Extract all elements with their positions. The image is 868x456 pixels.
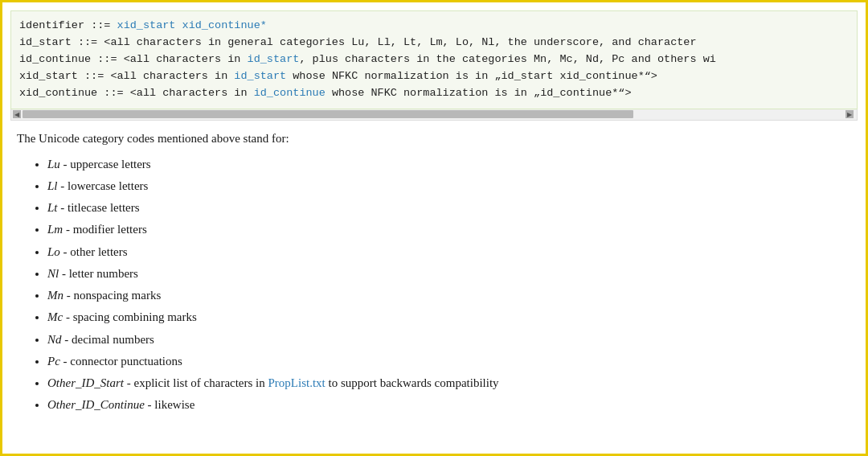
item-desc-lu: - uppercase letters (60, 158, 151, 170)
item-label-other-id-start: Other_ID_Start (47, 376, 124, 389)
id-continue-desc-post: , plus characters in the categories Mn, … (299, 53, 715, 65)
code-line-identifier: identifier ::= xid_start xid_continue* (19, 18, 849, 35)
item-label-lu: Lu (47, 158, 60, 170)
list-item: Lm - modifier letters (47, 220, 851, 239)
item-label-pc: Pc (47, 355, 60, 368)
list-item: Other_ID_Continue - likewise (47, 396, 851, 414)
xid-start-desc-pre: <all characters in (110, 70, 234, 82)
xid-continue-desc-pre: <all characters in (130, 87, 254, 99)
list-item: Pc - connector punctuations (47, 352, 851, 371)
link-xid-start-continue[interactable]: xid_start xid_continue* (117, 19, 267, 31)
list-item: Lu - uppercase letters (47, 155, 851, 174)
item-label-other-id-continue: Other_ID_Continue (47, 398, 145, 411)
item-desc-pc: - connector punctuations (60, 355, 182, 368)
code-block: identifier ::= xid_start xid_continue* i… (10, 10, 858, 109)
keyword-id-start: id_start (19, 36, 78, 48)
keyword-id-continue: id_continue (19, 53, 97, 65)
keyword-xid-continue: xid_continue (19, 87, 97, 99)
xid-start-desc-post: whose NFKC normalization is in „id_start… (286, 70, 657, 82)
scrollbar-thumb[interactable] (23, 110, 633, 118)
link-id-continue-1[interactable]: id_continue (254, 87, 326, 99)
item-label-ll: Ll (47, 179, 58, 192)
category-list-container: Lu - uppercase letters Ll - lowercase le… (25, 155, 851, 415)
category-list: Lu - uppercase letters Ll - lowercase le… (25, 155, 851, 415)
separator: ::= (91, 19, 117, 31)
item-label-lm: Lm (47, 223, 63, 236)
scrollbar-track[interactable]: ◀ ▶ (10, 109, 858, 121)
intro-text: The Unicode category codes mentioned abo… (17, 132, 851, 146)
item-desc-nl: - letter numbers (59, 267, 138, 280)
item-label-lo: Lo (47, 245, 60, 258)
code-line-id-continue: id_continue ::= <all characters in id_st… (19, 51, 849, 68)
list-item: Nd - decimal numbers (47, 331, 851, 349)
list-item: Nl - letter numbers (47, 265, 851, 283)
keyword-identifier: identifier (19, 19, 91, 31)
scrollbar-left-arrow[interactable]: ◀ (13, 110, 21, 118)
separator: ::= (78, 36, 104, 48)
item-desc-lo: - other letters (60, 245, 128, 258)
keyword-xid-start: xid_start (19, 70, 84, 82)
link-id-start-2[interactable]: id_start (234, 70, 286, 82)
item-desc-lt: - titlecase letters (58, 201, 140, 214)
scrollbar-right-arrow[interactable]: ▶ (845, 110, 854, 118)
item-desc-ll: - lowercase letters (58, 179, 149, 192)
link-id-start-1[interactable]: id_start (248, 53, 300, 65)
item-label-nd: Nd (47, 333, 62, 346)
item-desc-lm: - modifier letters (63, 223, 147, 236)
list-item: Mc - spacing combining marks (47, 308, 851, 327)
code-line-xid-start: xid_start ::= <all characters in id_star… (19, 68, 849, 85)
item-desc-nd: - decimal numbers (62, 333, 154, 346)
xid-continue-desc-post: whose NFKC normalization is in „id_conti… (326, 87, 632, 99)
list-item: Mn - nonspacing marks (47, 286, 851, 305)
separator: ::= (97, 53, 123, 65)
list-item: Lt - titlecase letters (47, 199, 851, 217)
item-desc-mn: - nonspacing marks (63, 289, 161, 302)
item-label-nl: Nl (47, 267, 59, 280)
item-label-mc: Mc (47, 310, 63, 323)
id-start-desc: <all characters in general categories Lu… (104, 36, 696, 48)
list-item: Ll - lowercase letters (47, 177, 851, 195)
item-label-lt: Lt (47, 201, 58, 214)
main-container: identifier ::= xid_start xid_continue* i… (0, 0, 868, 456)
link-proplist[interactable]: PropList.txt (268, 376, 326, 389)
item-label-mn: Mn (47, 289, 63, 302)
item-desc-other-id-continue: - likewise (145, 398, 194, 411)
id-continue-desc-pre: <all characters in (124, 53, 248, 65)
list-item: Lo - other letters (47, 243, 851, 261)
list-item: Other_ID_Start - explicit list of charac… (47, 374, 851, 392)
main-content: The Unicode category codes mentioned abo… (2, 121, 866, 429)
code-line-xid-continue: xid_continue ::= <all characters in id_c… (19, 85, 849, 102)
item-desc-mc: - spacing combining marks (63, 310, 197, 323)
code-line-id-start: id_start ::= <all characters in general … (19, 35, 849, 51)
item-desc-other-id-start-post: to support backwards compatibility (329, 376, 499, 389)
separator: ::= (104, 87, 129, 99)
item-desc-other-id-start-pre: - explicit list of characters in (127, 376, 268, 389)
separator: ::= (84, 70, 110, 82)
